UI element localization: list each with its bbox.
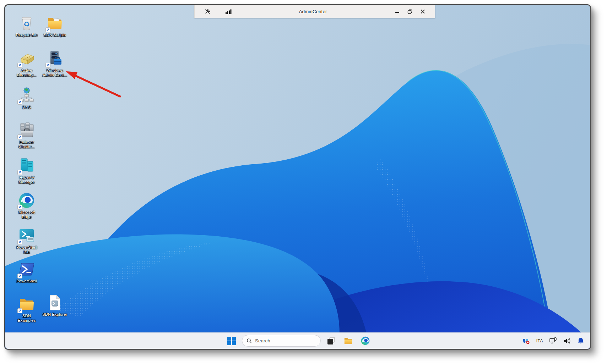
windows-admin-center-icon xyxy=(46,50,63,67)
svg-text:♻: ♻ xyxy=(23,20,30,28)
shortcut-arrow-badge xyxy=(17,100,22,105)
language-indicator[interactable]: ITA xyxy=(535,335,544,347)
desktop-icon-label: Recycle Bin xyxy=(16,33,38,37)
powershell-icon xyxy=(18,261,35,278)
desktop-icon-powershell[interactable]: PowerShell xyxy=(12,261,42,283)
connection-bar-title: AdminCenter xyxy=(235,9,391,14)
desktop-icon-sdn-examples[interactable]: SDN Examples xyxy=(12,296,42,323)
shortcut-arrow-badge xyxy=(17,308,22,313)
restore-button[interactable] xyxy=(403,7,416,17)
desktop-icon-failover-cluster[interactable]: Failover Cluster... xyxy=(12,122,42,149)
shortcut-arrow-badge xyxy=(17,274,22,278)
desktop-icon-recycle-bin[interactable]: ♻ Recycle Bin xyxy=(12,15,42,37)
desktop-icon-label: DNS xyxy=(22,105,31,110)
edge-browser-button[interactable] xyxy=(358,334,372,348)
active-directory-icon xyxy=(18,50,35,67)
unpin-icon[interactable] xyxy=(201,7,214,17)
recycle-bin-icon: ♻ xyxy=(18,15,35,32)
failover-cluster-icon xyxy=(18,122,35,139)
desktop-icon-label: PowerShell ISE xyxy=(16,245,37,254)
shortcut-arrow-badge xyxy=(17,170,22,175)
desktop-icon-label: PowerShell xyxy=(16,279,37,283)
folder-shortcut-icon xyxy=(46,15,63,32)
powershell-script-file-icon xyxy=(46,294,63,311)
desktop-icon-label: SDN Explorer xyxy=(42,312,67,317)
desktop-icon-label: SDN Examples xyxy=(18,314,36,323)
desktop-icon-label: Active Directory... xyxy=(17,68,37,77)
desktop-icon-dns[interactable]: DNS xyxy=(12,87,42,110)
wired-network-icon[interactable] xyxy=(548,335,558,347)
desktop-icon-label: SDN Scripts xyxy=(44,33,66,37)
desktop-icon-active-directory[interactable]: Active Directory... xyxy=(12,50,42,77)
shortcut-arrow-badge xyxy=(45,63,50,68)
bloom-wallpaper xyxy=(5,5,590,349)
shortcut-arrow-badge xyxy=(17,205,22,210)
taskbar-search[interactable] xyxy=(242,335,321,347)
dns-icon xyxy=(18,87,35,104)
desktop-icon-hyper-v-manager[interactable]: Hyper-V Manager xyxy=(12,157,42,184)
device-status-icon[interactable] xyxy=(521,335,531,347)
signal-strength-icon xyxy=(222,7,235,17)
minimize-button[interactable] xyxy=(391,7,403,17)
screenshot-frame: ♻ Recycle Bin SDN Scripts xyxy=(4,4,591,350)
desktop-icon-microsoft-edge[interactable]: Microsoft Edge xyxy=(12,192,42,219)
rdp-connection-bar: AdminCenter xyxy=(194,5,435,18)
task-view-button[interactable] xyxy=(324,334,338,348)
shortcut-arrow-badge xyxy=(45,27,50,32)
taskbar: ITA xyxy=(5,332,590,349)
file-explorer-button[interactable] xyxy=(341,334,355,348)
desktop-icon-label: Failover Cluster... xyxy=(18,140,34,149)
desktop-icon-windows-admin-center[interactable]: Windows Admin Cent... xyxy=(40,50,70,77)
shortcut-arrow-badge xyxy=(17,63,22,68)
shortcut-arrow-badge xyxy=(17,240,22,245)
shortcut-arrow-badge xyxy=(17,134,22,139)
search-input[interactable] xyxy=(255,338,308,343)
folder-shortcut-icon xyxy=(18,296,35,313)
search-icon xyxy=(246,338,252,344)
desktop-icon-label: Hyper-V Manager xyxy=(18,175,34,184)
start-button[interactable] xyxy=(225,334,238,348)
speaker-icon[interactable] xyxy=(562,335,572,347)
edge-logo-icon xyxy=(18,192,35,209)
desktop[interactable]: ♻ Recycle Bin SDN Scripts xyxy=(5,5,590,349)
desktop-icon-powershell-ise[interactable]: PowerShell ISE xyxy=(12,227,42,254)
desktop-icon-sdn-explorer[interactable]: SDN Explorer xyxy=(40,294,70,317)
powershell-ise-icon xyxy=(18,227,35,244)
hyper-v-manager-icon xyxy=(18,157,35,174)
desktop-icon-label: Windows Admin Cent... xyxy=(42,68,67,77)
notification-bell-icon[interactable] xyxy=(576,335,586,347)
close-button[interactable] xyxy=(416,7,429,17)
desktop-icon-sdn-scripts[interactable]: SDN Scripts xyxy=(40,15,70,37)
desktop-icon-label: Microsoft Edge xyxy=(18,210,35,219)
